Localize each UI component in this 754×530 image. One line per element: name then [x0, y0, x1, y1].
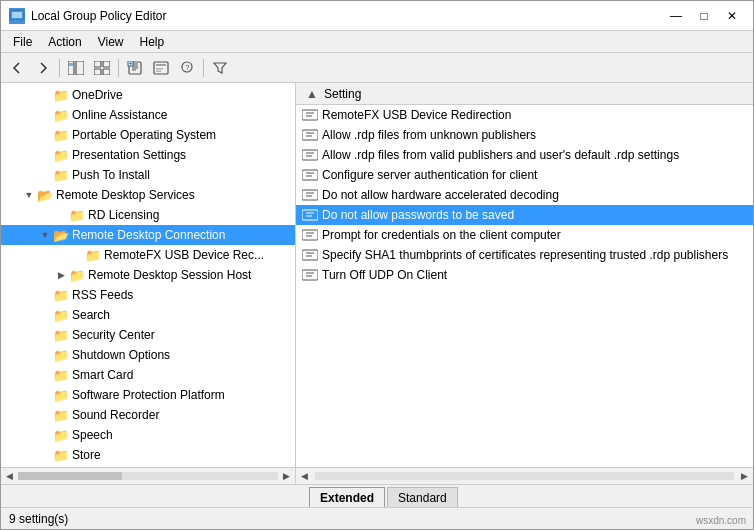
left-scroll-thumb[interactable]	[18, 472, 122, 480]
tree-item-online-assistance[interactable]: 📁 Online Assistance	[1, 105, 295, 125]
window-title: Local Group Policy Editor	[31, 9, 166, 23]
expand-shutdown-options[interactable]	[37, 347, 53, 363]
tree-item-remotefx-usb[interactable]: 📁 RemoteFX USB Device Rec...	[1, 245, 295, 265]
right-scroll-track[interactable]	[315, 472, 734, 480]
expand-search[interactable]	[37, 307, 53, 323]
minimize-button[interactable]: —	[663, 6, 689, 26]
setting-row-no-save-passwords[interactable]: Do not allow passwords to be saved	[296, 205, 753, 225]
expand-security-center[interactable]	[37, 327, 53, 343]
expand-push-to-install[interactable]	[37, 167, 53, 183]
tab-extended[interactable]: Extended	[309, 487, 385, 507]
menu-file[interactable]: File	[5, 33, 40, 51]
tree-item-sound-recorder[interactable]: 📁 Sound Recorder	[1, 405, 295, 425]
tree-item-remote-desktop-session[interactable]: ▶ 📁 Remote Desktop Session Host	[1, 265, 295, 285]
back-button[interactable]	[5, 56, 29, 80]
tree-item-presentation-settings[interactable]: 📁 Presentation Settings	[1, 145, 295, 165]
status-bar: 9 setting(s)	[1, 507, 753, 529]
close-button[interactable]: ✕	[719, 6, 745, 26]
right-hscrollbar[interactable]: ◀ ▶	[296, 468, 753, 485]
new-policy-button[interactable]	[123, 56, 147, 80]
tree-item-rss-feeds[interactable]: 📁 RSS Feeds	[1, 285, 295, 305]
folder-icon-speech: 📁	[53, 428, 69, 442]
tree-item-smart-card[interactable]: 📁 Smart Card	[1, 365, 295, 385]
left-scroll-track[interactable]	[18, 472, 278, 480]
tree-item-remote-desktop-services[interactable]: ▼ 📂 Remote Desktop Services	[1, 185, 295, 205]
right-scroll-right-btn[interactable]: ▶	[736, 468, 753, 485]
show-hide-tree-button[interactable]	[64, 56, 88, 80]
setting-icon-remotefx-usb	[302, 107, 318, 123]
settings-list[interactable]: RemoteFX USB Device Redirection Allow .r…	[296, 105, 753, 467]
tree-view[interactable]: 📁 OneDrive 📁 Online Assistance 📁 Portabl…	[1, 83, 295, 467]
expand-store[interactable]	[37, 447, 53, 463]
sort-icon[interactable]: ▲	[304, 86, 320, 102]
filter-button[interactable]	[208, 56, 232, 80]
tree-item-software-protection[interactable]: 📁 Software Protection Platform	[1, 385, 295, 405]
setting-icon-no-hardware-accel	[302, 187, 318, 203]
expand-rss-feeds[interactable]	[37, 287, 53, 303]
setting-icon-sha1-thumbprints	[302, 247, 318, 263]
folder-icon-remotefx-usb: 📁	[85, 248, 101, 262]
scrollbar-area: ◀ ▶ ◀ ▶	[1, 468, 753, 485]
expand-remote-desktop-connection[interactable]: ▼	[37, 227, 53, 243]
expand-presentation-settings[interactable]	[37, 147, 53, 163]
setting-row-sha1-thumbprints[interactable]: Specify SHA1 thumbprints of certificates…	[296, 245, 753, 265]
expand-remote-desktop-session[interactable]: ▶	[53, 267, 69, 283]
setting-row-allow-rdp-valid[interactable]: Allow .rdp files from valid publishers a…	[296, 145, 753, 165]
expand-software-protection[interactable]	[37, 387, 53, 403]
main-window: Local Group Policy Editor — □ ✕ File Act…	[0, 0, 754, 530]
svg-rect-5	[76, 61, 84, 75]
right-scroll-left-btn[interactable]: ◀	[296, 468, 313, 485]
left-scroll-right-btn[interactable]: ▶	[278, 468, 295, 485]
svg-rect-43	[302, 270, 318, 280]
setting-row-turn-off-udp[interactable]: Turn Off UDP On Client	[296, 265, 753, 285]
svg-rect-8	[103, 61, 110, 67]
setting-row-allow-rdp-unknown[interactable]: Allow .rdp files from unknown publishers	[296, 125, 753, 145]
toolbar: ?	[1, 53, 753, 83]
expand-speech[interactable]	[37, 427, 53, 443]
forward-button[interactable]	[31, 56, 55, 80]
properties-button[interactable]	[149, 56, 173, 80]
left-hscrollbar[interactable]: ◀ ▶	[1, 468, 296, 485]
svg-rect-40	[302, 250, 318, 260]
expand-remotefx-usb[interactable]	[69, 247, 85, 263]
left-scroll-left-btn[interactable]: ◀	[1, 468, 18, 485]
setting-row-configure-server-auth[interactable]: Configure server authentication for clie…	[296, 165, 753, 185]
tab-standard[interactable]: Standard	[387, 487, 458, 507]
tree-item-onedrive[interactable]: 📁 OneDrive	[1, 85, 295, 105]
tree-item-security-center[interactable]: 📁 Security Center	[1, 325, 295, 345]
tree-item-portable-os[interactable]: 📁 Portable Operating System	[1, 125, 295, 145]
tree-item-store[interactable]: 📁 Store	[1, 445, 295, 465]
expand-rd-licensing[interactable]	[53, 207, 69, 223]
help-button[interactable]: ?	[175, 56, 199, 80]
setting-row-prompt-credentials[interactable]: Prompt for credentials on the client com…	[296, 225, 753, 245]
maximize-button[interactable]: □	[691, 6, 717, 26]
tree-item-speech[interactable]: 📁 Speech	[1, 425, 295, 445]
tree-item-search[interactable]: 📁 Search	[1, 305, 295, 325]
tree-item-rd-licensing[interactable]: 📁 RD Licensing	[1, 205, 295, 225]
tree-item-push-to-install[interactable]: 📁 Push To Install	[1, 165, 295, 185]
title-bar: Local Group Policy Editor — □ ✕	[1, 1, 753, 31]
svg-text:?: ?	[186, 64, 190, 71]
menu-action[interactable]: Action	[40, 33, 89, 51]
folder-icon-rss-feeds: 📁	[53, 288, 69, 302]
folder-icon-shutdown-options: 📁	[53, 348, 69, 362]
tree-item-remote-desktop-connection[interactable]: ▼ 📂 Remote Desktop Connection	[1, 225, 295, 245]
expand-remote-desktop-services[interactable]: ▼	[21, 187, 37, 203]
folder-icon-rd-licensing: 📁	[69, 208, 85, 222]
tree-item-shutdown-options[interactable]: 📁 Shutdown Options	[1, 345, 295, 365]
setting-row-remotefx-usb[interactable]: RemoteFX USB Device Redirection	[296, 105, 753, 125]
menu-view[interactable]: View	[90, 33, 132, 51]
expand-smart-card[interactable]	[37, 367, 53, 383]
setting-row-no-hardware-accel[interactable]: Do not allow hardware accelerated decodi…	[296, 185, 753, 205]
svg-rect-10	[103, 69, 110, 75]
folder-icon-onedrive: 📁	[53, 88, 69, 102]
expand-portable-os[interactable]	[37, 127, 53, 143]
expand-online-assistance[interactable]	[37, 107, 53, 123]
column-header-setting: Setting	[324, 87, 361, 101]
expand-sound-recorder[interactable]	[37, 407, 53, 423]
menu-help[interactable]: Help	[132, 33, 173, 51]
title-bar-left: Local Group Policy Editor	[9, 8, 166, 24]
view-button[interactable]	[90, 56, 114, 80]
expand-onedrive[interactable]	[37, 87, 53, 103]
toolbar-sep-2	[118, 59, 119, 77]
